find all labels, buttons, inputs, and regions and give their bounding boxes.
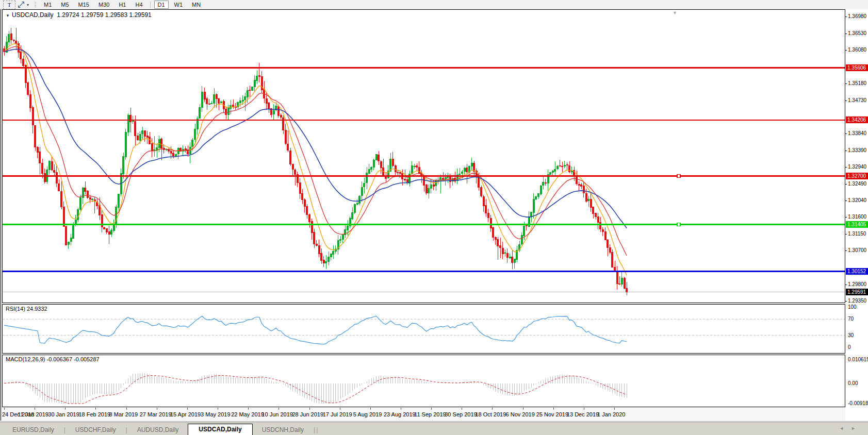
price-badge-1.30152: 1.30152 — [846, 268, 868, 275]
date-tick-label: 10 Jun 2019 — [261, 411, 293, 417]
tab-usdcad[interactable]: USDCAD,Daily — [188, 424, 252, 435]
date-tick-mark — [157, 408, 157, 410]
macd-label: MACD(12,26,9) -0.006367 -0.005287 — [6, 356, 100, 362]
price-tick-label: 1.33390 — [848, 147, 868, 154]
date-tick-mark — [462, 408, 462, 410]
tab-usdcnh[interactable]: USDCNH,Daily — [253, 425, 313, 435]
macd-scale-label: 0.010615 — [848, 357, 868, 363]
price-tick-label: 1.34730 — [848, 97, 868, 104]
timeframe-button-h4[interactable]: H4 — [132, 1, 146, 9]
date-tick-label: 6 Nov 2019 — [506, 411, 535, 417]
rsi-indicator-panel[interactable]: RSI(14) 24.9332 — [2, 304, 845, 354]
price-tick-label: 1.32490 — [848, 181, 868, 187]
date-tick-label: 11 Sep 2019 — [414, 411, 446, 417]
date-tick-label: 15 Apr 2019 — [170, 411, 201, 417]
text-tool-button[interactable]: T — [3, 1, 15, 9]
date-tick-mark — [584, 408, 584, 410]
date-tick-label: 3 May 2019 — [201, 411, 230, 417]
date-tick-mark — [218, 408, 218, 410]
price-tick-label: 1.32940 — [848, 164, 868, 170]
timeframe-button-m30[interactable]: M30 — [95, 1, 113, 9]
price-tick-label: 1.36980 — [848, 13, 868, 20]
price-tick-label: 1.32040 — [848, 197, 868, 204]
date-tick-label: 18 Feb 2019 — [78, 411, 110, 417]
timeframe-button-m1[interactable]: M1 — [40, 1, 55, 9]
rsi-scale-label: 0 — [848, 344, 868, 350]
date-tick-mark — [523, 408, 523, 410]
rsi-plot[interactable] — [3, 305, 845, 353]
price-tick-label: 1.33840 — [848, 130, 868, 137]
tab-scroll-right-icon[interactable]: ► — [851, 426, 863, 431]
chevron-down-icon[interactable]: ▾ — [27, 3, 29, 7]
rsi-scale-label: 30 — [848, 332, 868, 339]
date-tick-mark — [126, 408, 127, 410]
date-tick-label: 23 Aug 2019 — [384, 411, 416, 417]
macd-indicator-panel[interactable]: MACD(12,26,9) -0.006367 -0.005287 — [2, 355, 845, 407]
timeframe-button-h1[interactable]: H1 — [115, 1, 129, 9]
timeframe-button-mn[interactable]: MN — [188, 1, 204, 9]
date-tick-label: 11 Jan 2019 — [18, 411, 48, 417]
date-tick-mark — [187, 408, 188, 410]
price-tick-label: 1.36080 — [848, 47, 868, 53]
tab-eurusd[interactable]: EURUSD,Daily — [3, 425, 63, 435]
price-tick-label: 1.29800 — [848, 281, 868, 288]
main-chart-panel[interactable]: ▼USDCAD,Daily 1.29724 1.29759 1.29583 1.… — [2, 9, 845, 303]
date-tick-mark — [95, 408, 96, 410]
time-axis[interactable]: 24 Dec 201811 Jan 201930 Jan 201918 Feb … — [2, 408, 845, 421]
arrange-icon — [18, 1, 25, 8]
date-tick-label: 28 Jun 2019 — [292, 411, 324, 417]
date-tick-label: 27 Mar 2019 — [140, 411, 172, 417]
date-tick-mark — [370, 408, 371, 410]
price-tick-label: 1.36530 — [848, 30, 868, 37]
timeframe-button-m5[interactable]: M5 — [57, 1, 72, 9]
date-tick-label: 5 Aug 2019 — [353, 411, 382, 417]
date-tick-mark — [309, 408, 310, 410]
date-tick-mark — [492, 408, 493, 410]
date-tick-mark — [248, 408, 249, 410]
date-tick-mark — [401, 408, 401, 410]
date-tick-mark — [65, 408, 65, 410]
rsi-scale-label: 100 — [848, 304, 868, 310]
price-tick-label: 1.29350 — [848, 298, 868, 304]
tab-scroll-left-icon[interactable]: ◄ — [839, 426, 851, 431]
price-tick-label: 1.31600 — [848, 214, 868, 220]
date-tick-mark — [340, 408, 340, 410]
macd-scale-label: -0.009181 — [848, 400, 868, 407]
timeframe-button-group: M1M5M15M30H1H4D1W1MN — [39, 1, 205, 9]
window-left-edge — [1, 9, 1, 421]
macd-scale-label: 0.00 — [848, 380, 868, 387]
timeframe-button-m15[interactable]: M15 — [75, 1, 93, 9]
arrange-styler-button[interactable] — [17, 1, 26, 9]
price-badge-1.32700: 1.32700 — [846, 173, 868, 179]
rsi-line — [4, 316, 627, 344]
toolbar-grip-handle[interactable] — [35, 2, 36, 8]
date-tick-label: 30 Jan 2019 — [48, 411, 79, 417]
chart-title: ▼USDCAD,Daily 1.29724 1.29759 1.29583 1.… — [6, 11, 152, 19]
date-tick-label: 1 Jan 2020 — [597, 411, 625, 417]
scroll-to-end-icon[interactable]: ▼ — [673, 10, 677, 15]
tab-usdchf[interactable]: USDCHF,Daily — [66, 425, 125, 435]
timeframe-button-w1[interactable]: W1 — [171, 1, 187, 9]
macd-signal-line — [4, 375, 627, 404]
date-tick-mark — [279, 408, 279, 410]
rsi-label: RSI(14) 24.9332 — [6, 306, 47, 312]
date-tick-mark — [614, 408, 615, 410]
date-tick-mark — [4, 408, 5, 410]
date-tick-label: 17 Jul 2019 — [323, 411, 352, 417]
date-tick-label: 22 May 2019 — [231, 411, 264, 417]
price-tick-label: 1.31150 — [848, 231, 868, 237]
current-price-badge: 1.29591 — [846, 289, 868, 295]
timeframe-button-d1[interactable]: D1 — [154, 1, 169, 9]
tab-audusd[interactable]: AUDUSD,Daily — [128, 425, 188, 435]
price-badge-1.34206: 1.34206 — [846, 116, 868, 123]
rsi-scale-label: 70 — [848, 316, 868, 322]
macd-plot[interactable] — [3, 355, 845, 407]
top-toolbar: T ▾ M1M5M15M30H1H4D1W1MN — [0, 0, 868, 10]
candlestick-plot[interactable] — [3, 10, 845, 303]
title-marker-icon[interactable]: ▼ — [6, 13, 10, 18]
price-badge-1.35606: 1.35606 — [846, 64, 868, 71]
price-tick-label: 1.35180 — [848, 80, 868, 87]
chart-ohlc-values: 1.29724 1.29759 1.29583 1.29591 — [57, 11, 152, 19]
chart-tab-bar: EURUSD,Daily|USDCHF,Daily|AUDUSD,DailyUS… — [0, 422, 868, 435]
date-tick-label: 30 Sep 2019 — [445, 411, 477, 417]
